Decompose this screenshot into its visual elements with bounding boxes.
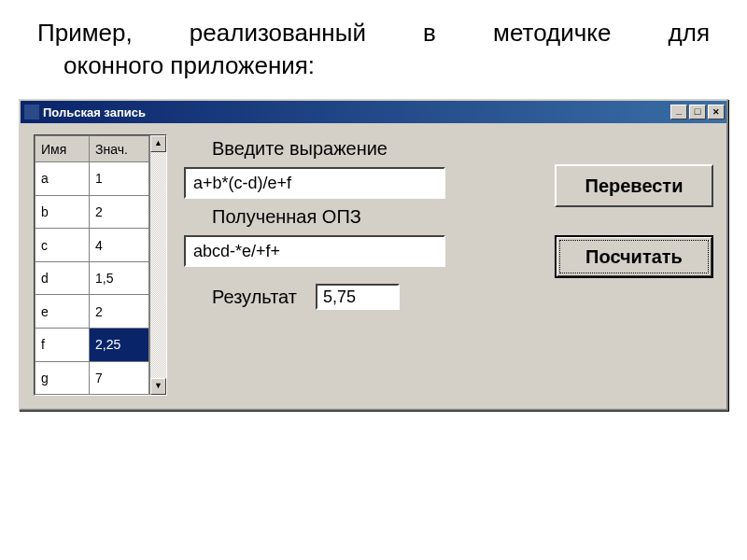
scroll-up-button[interactable]: ▲ [150,135,166,152]
cell-value[interactable]: 2 [90,195,149,229]
grid-scrollbar[interactable]: ▲ ▼ [149,135,166,395]
cell-value[interactable]: 2,25 [90,329,149,362]
label-result: Результат [212,287,297,308]
form-area: Введите выражение Полученная ОПЗ Результ… [184,134,538,396]
titlebar[interactable]: Польская запись [21,101,726,123]
table-row[interactable]: a1 [35,162,149,196]
slide-caption: Пример, реализованный в методичке для ок… [0,0,747,91]
scroll-track[interactable] [150,152,166,378]
rpn-output[interactable] [184,235,445,267]
caption-line-1: Пример, реализованный в методичке для [37,17,710,49]
translate-button[interactable]: Перевести [555,164,713,207]
app-icon [24,105,39,119]
table-row[interactable]: d1,5 [35,261,149,295]
col-header-value[interactable]: Знач. [90,136,149,162]
cell-name[interactable]: e [35,295,90,329]
cell-value[interactable]: 1,5 [90,261,149,295]
cell-value[interactable]: 2 [90,295,149,329]
expression-input[interactable] [184,167,445,199]
calculate-button[interactable]: Посчитать [555,235,713,278]
client-area: Имя Знач. a1b2c4d1,5e2f2,25g7 ▲ ▼ Введит… [21,123,726,409]
cell-name[interactable]: b [35,195,90,229]
table-row[interactable]: c4 [35,229,149,262]
table-row[interactable]: e2 [35,295,149,329]
cell-name[interactable]: d [35,261,90,295]
table-row[interactable]: b2 [35,195,149,229]
window-title: Польская запись [43,105,670,119]
button-column: Перевести Посчитать [555,134,713,396]
caption-line-2: оконного приложения: [37,49,710,82]
table-row[interactable]: f2,25 [35,329,149,362]
window-controls [670,105,725,119]
table-row[interactable]: g7 [35,361,149,395]
minimize-button[interactable] [670,105,687,119]
label-enter-expression: Введите выражение [212,138,388,160]
col-header-name[interactable]: Имя [35,136,90,162]
scroll-down-button[interactable]: ▼ [150,378,166,395]
cell-name[interactable]: f [35,329,90,362]
result-output: 5,75 [316,284,400,310]
cell-value[interactable]: 4 [90,229,149,262]
cell-name[interactable]: a [35,162,90,196]
app-window: Польская запись Имя Знач. a1b2c4d1,5e2f2… [19,99,728,411]
close-button[interactable] [708,105,725,119]
cell-value[interactable]: 1 [90,162,149,196]
cell-name[interactable]: c [35,229,90,262]
variables-grid[interactable]: Имя Знач. a1b2c4d1,5e2f2,25g7 ▲ ▼ [34,134,167,396]
cell-value[interactable]: 7 [90,361,149,395]
label-rpn: Полученная ОПЗ [212,206,361,228]
maximize-button[interactable] [689,105,706,119]
cell-name[interactable]: g [35,361,90,395]
